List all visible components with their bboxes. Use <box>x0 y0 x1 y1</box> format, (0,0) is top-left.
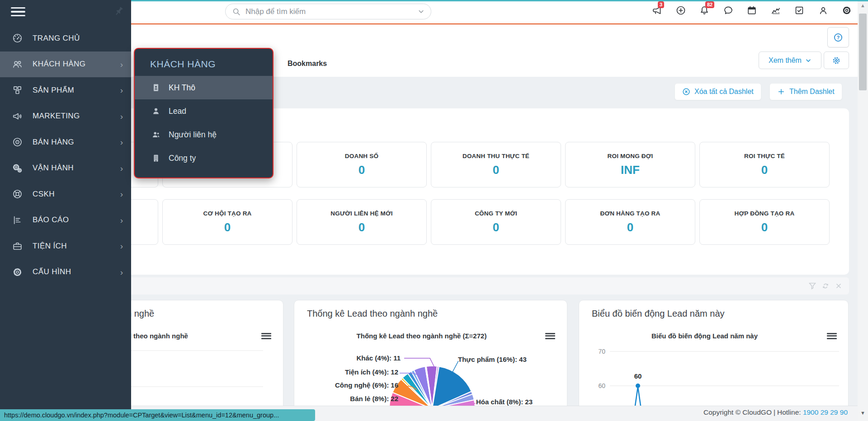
customer-submenu-flyout: KHÁCH HÀNG KH ThôLeadNgười liên hệCông t… <box>134 48 274 178</box>
browser-status-url: https://demo.cloudgo.vn/index.php?module… <box>0 409 315 421</box>
top-accent-strip <box>131 0 868 1</box>
copyright-text: Copyright © CloudGO <box>703 408 772 416</box>
scrollbar-thumb[interactable] <box>859 14 867 90</box>
flyout-item-người-liên-hệ[interactable]: Người liên hệ <box>135 123 273 146</box>
kpi-value: 0 <box>359 220 365 234</box>
sidebar-item-label: TIỆN ÍCH <box>33 242 120 251</box>
kpi-label: CƠ HỘI TẠO RA <box>203 210 251 217</box>
flyout-items: KH ThôLeadNgười liên hệCông ty <box>135 76 273 170</box>
sidebar-item-marketing[interactable]: MARKETING› <box>0 103 131 130</box>
sidebar-item-label: VẬN HÀNH <box>33 164 120 173</box>
scroll-up-arrow[interactable]: ▲ <box>858 3 868 8</box>
sidebar-item-tiện-ích[interactable]: TIỆN ÍCH› <box>0 233 131 259</box>
profile-icon[interactable] <box>818 5 829 16</box>
analytics-icon[interactable] <box>770 5 781 16</box>
chevron-right-icon: › <box>120 190 123 198</box>
footer-text: Copyright © CloudGO|Hotline: 1900 29 29 … <box>703 408 848 416</box>
tasks-icon[interactable] <box>794 5 805 16</box>
refresh-icon[interactable] <box>821 282 830 290</box>
data-point-label: 60 <box>634 372 642 380</box>
help-icon: ? <box>833 33 843 42</box>
dashlet-lead-trend-line: Biểu đồ biến động Lead năm này Biểu đồ b… <box>579 300 849 421</box>
kpi-value: 0 <box>761 163 768 177</box>
sidebar-item-trang-chủ[interactable]: TRANG CHỦ <box>0 25 131 51</box>
kpi-card-đơn-hàng-tạo-ra: ĐƠN HÀNG TẠO RA 0 <box>565 199 695 245</box>
global-search[interactable] <box>225 4 431 19</box>
search-dropdown-chevron-icon[interactable] <box>418 8 425 15</box>
sidebar-item-label: BÁO CÁO <box>33 215 120 225</box>
flyout-item-label: Người liên hệ <box>169 130 217 140</box>
kpi-label: ĐƠN HÀNG TẠO RA <box>600 210 660 217</box>
operations-icon <box>12 163 23 174</box>
products-icon <box>12 84 23 96</box>
topbar-icon-row: 3 82 <box>651 5 852 16</box>
clear-all-dashlets-button[interactable]: Xóa tất cả Dashlet <box>675 83 761 100</box>
line-chart: 706060 <box>579 300 849 421</box>
kpi-card-công-ty-mới: CÔNG TY MỚI 0 <box>431 199 561 245</box>
sidebar: TRANG CHỦKHÁCH HÀNG›SẢN PHẨM›MARKETING›B… <box>0 0 131 421</box>
sidebar-item-cskh[interactable]: CSKH› <box>0 181 131 207</box>
tab-bookmarks[interactable]: Bookmarks <box>288 60 327 68</box>
kpi-label: DOANH THU THỰC TẾ <box>462 153 529 159</box>
notifications-icon[interactable]: 82 <box>699 5 710 16</box>
kpi-label: NGƯỜI LIÊN HỆ MỚI <box>330 210 392 217</box>
sidebar-item-label: SẢN PHẨM <box>33 86 120 95</box>
hotline-label: Hotline: <box>777 408 801 416</box>
support-icon <box>12 188 23 200</box>
kpi-card-người-liên-hệ-mới: NGƯỜI LIÊN HỆ MỚI 0 <box>297 199 427 245</box>
sidebar-item-label: MARKETING <box>33 112 120 121</box>
hotline-link[interactable]: 1900 29 29 90 <box>803 408 848 416</box>
chat-icon[interactable] <box>723 5 734 16</box>
sidebar-item-báo-cáo[interactable]: BÁO CÁO› <box>0 207 131 234</box>
view-more-button[interactable]: Xem thêm <box>759 51 821 69</box>
scroll-down-arrow[interactable]: ▼ <box>858 410 868 416</box>
filter-icon[interactable] <box>808 282 816 290</box>
flyout-item-công-ty[interactable]: Công ty <box>135 146 273 170</box>
sidebar-item-bán-hàng[interactable]: BÁN HÀNG› <box>0 129 131 155</box>
y-tick-label: 60 <box>598 382 605 389</box>
flyout-item-kh-thô[interactable]: KH Thô <box>135 76 273 99</box>
kpi-value: 0 <box>761 220 768 234</box>
help-button[interactable]: ? <box>827 27 849 47</box>
reports-icon <box>12 215 23 226</box>
flyout-item-label: Công ty <box>169 154 196 163</box>
chevron-right-icon: › <box>120 60 123 69</box>
circle-x-icon <box>682 88 690 96</box>
add-dashlet-button[interactable]: Thêm Dashlet <box>769 83 842 100</box>
flyout-item-lead[interactable]: Lead <box>135 99 273 123</box>
kpi-card-cơ-hội-tạo-ra: CƠ HỘI TẠO RA 0 <box>162 199 292 245</box>
clear-all-label: Xóa tất cả Dashlet <box>694 88 754 96</box>
dashboard-icon <box>12 33 23 44</box>
close-icon[interactable] <box>835 282 843 290</box>
flyout-item-label: KH Thô <box>169 83 195 93</box>
pin-sidebar-icon[interactable] <box>113 5 125 17</box>
notifications-badge: 82 <box>705 1 714 8</box>
sidebar-item-cấu-hình[interactable]: CẤU HÌNH› <box>0 259 131 285</box>
dashboard-settings-button[interactable] <box>824 51 849 69</box>
search-input[interactable] <box>241 7 418 16</box>
sidebar-item-vận-hành[interactable]: VẬN HÀNH› <box>0 155 131 182</box>
kpi-label: ROI THỰC TẾ <box>744 153 785 159</box>
page-scrollbar[interactable]: ▲ ▼ <box>858 0 868 421</box>
calendar-icon[interactable] <box>746 5 757 16</box>
search-icon <box>232 7 241 16</box>
add-circle-icon[interactable] <box>675 5 686 16</box>
chevron-right-icon: › <box>120 164 123 173</box>
sidebar-item-khách-hàng[interactable]: KHÁCH HÀNG› <box>0 51 131 78</box>
utilities-icon <box>12 240 23 252</box>
kpi-value: 0 <box>359 163 365 177</box>
sidebar-item-sản-phẩm[interactable]: SẢN PHẨM› <box>0 77 131 103</box>
sidebar-menu: TRANG CHỦKHÁCH HÀNG›SẢN PHẨM›MARKETING›B… <box>0 25 131 285</box>
add-dashlet-label: Thêm Dashlet <box>789 88 835 96</box>
sidebar-item-label: TRANG CHỦ <box>33 34 123 43</box>
chevron-down-icon <box>805 57 811 64</box>
kpi-card-roi-thực-tế: ROI THỰC TẾ 0 <box>699 142 830 187</box>
view-more-label: Xem thêm <box>769 56 802 65</box>
settings-icon[interactable] <box>841 5 852 16</box>
dashlet-lead-industry-pie: Thống kê Lead theo ngành nghề Thống kê L… <box>294 300 567 421</box>
flyout-item-label: Lead <box>169 107 186 116</box>
sidebar-item-label: KHÁCH HÀNG <box>33 60 120 69</box>
menu-hamburger-icon[interactable] <box>11 7 25 19</box>
announcements-icon[interactable]: 3 <box>651 5 662 16</box>
y-tick-label: 70 <box>598 348 605 355</box>
